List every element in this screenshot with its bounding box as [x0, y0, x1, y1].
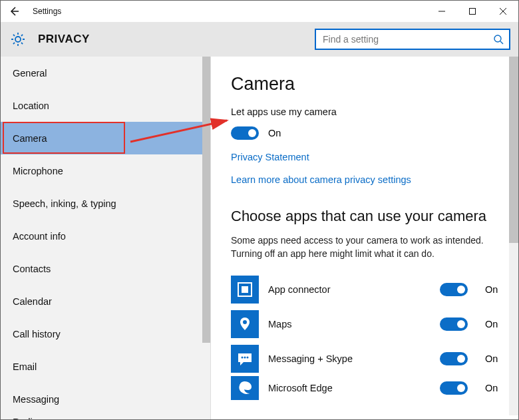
section-title: PRIVACY: [38, 33, 90, 46]
sidebar-item-radios[interactable]: Radios: [1, 415, 210, 419]
sidebar-item-microphone[interactable]: Microphone: [1, 154, 210, 187]
svg-line-7: [500, 41, 503, 44]
app-toggle[interactable]: [440, 352, 468, 365]
sidebar-item-calendar[interactable]: Calendar: [1, 285, 210, 317]
app-name: Microsoft Edge: [268, 383, 440, 393]
app-toggle-label: On: [485, 284, 502, 295]
sidebar-item-contacts[interactable]: Contacts: [1, 252, 210, 285]
titlebar: Settings: [1, 1, 518, 22]
sidebar-item-label: Speech, inking, & typing: [13, 198, 116, 209]
sidebar-item-label: Radios: [13, 417, 43, 419]
svg-point-12: [244, 357, 246, 359]
app-name: App connector: [268, 284, 440, 295]
edge-icon: [231, 376, 259, 400]
maximize-button[interactable]: [457, 1, 488, 22]
sidebar-item-speech[interactable]: Speech, inking, & typing: [1, 187, 210, 220]
svg-point-6: [494, 35, 501, 42]
gear-icon: [10, 31, 26, 47]
choose-heading: Choose apps that can use your camera: [231, 208, 502, 225]
sidebar-item-label: Messaging: [13, 394, 59, 405]
app-toggle-label: On: [485, 383, 502, 393]
choose-desc: Some apps need access to your camera to …: [231, 234, 502, 260]
sidebar-item-account-info[interactable]: Account info: [1, 220, 210, 252]
lead-text: Let apps use my camera: [231, 106, 502, 117]
app-toggle[interactable]: [440, 283, 468, 296]
master-toggle[interactable]: [231, 126, 259, 140]
svg-point-11: [242, 357, 244, 359]
privacy-statement-link[interactable]: Privacy Statement: [231, 152, 502, 162]
sidebar-item-label: Email: [13, 361, 37, 372]
sidebar-scrollbar[interactable]: [202, 57, 210, 343]
sidebar-item-email[interactable]: Email: [1, 350, 210, 383]
app-row-maps: Maps On: [231, 307, 502, 341]
sidebar: General Location Camera Microphone Speec…: [1, 57, 211, 419]
header: PRIVACY: [1, 22, 518, 57]
window-title: Settings: [33, 7, 61, 16]
maps-icon: [231, 310, 259, 338]
sidebar-item-label: General: [13, 68, 47, 79]
app-toggle-label: On: [485, 319, 502, 329]
sidebar-item-label: Call history: [13, 329, 61, 339]
sidebar-item-label: Contacts: [13, 264, 51, 274]
app-row-edge: Microsoft Edge On: [231, 376, 502, 400]
sidebar-item-messaging[interactable]: Messaging: [1, 383, 210, 415]
search-box[interactable]: [315, 29, 510, 50]
sidebar-item-label: Location: [13, 101, 49, 111]
close-icon: [499, 7, 507, 15]
sidebar-item-label: Microphone: [13, 166, 63, 176]
settings-window: Settings PRIVACY General L: [0, 0, 519, 420]
messaging-icon: [231, 345, 259, 373]
page-title: Camera: [231, 74, 502, 95]
minimize-button[interactable]: [427, 1, 457, 22]
svg-point-5: [15, 37, 21, 42]
app-row-messaging: Messaging + Skype On: [231, 341, 502, 376]
back-arrow-icon: [8, 5, 20, 17]
svg-rect-9: [242, 286, 248, 293]
learn-more-link[interactable]: Learn more about camera privacy settings: [231, 174, 502, 185]
sidebar-item-camera[interactable]: Camera: [1, 122, 210, 154]
sidebar-item-label: Calendar: [13, 296, 52, 307]
app-toggle-label: On: [485, 353, 502, 364]
svg-point-10: [243, 320, 247, 324]
minimize-icon: [438, 7, 446, 15]
master-toggle-label: On: [268, 128, 281, 138]
search-icon: [493, 34, 504, 45]
maximize-icon: [468, 7, 476, 15]
master-toggle-row: On: [231, 126, 502, 140]
sidebar-item-location[interactable]: Location: [1, 89, 210, 122]
content: Camera Let apps use my camera On Privacy…: [211, 57, 518, 419]
app-toggle[interactable]: [440, 381, 468, 395]
app-name: Messaging + Skype: [268, 353, 440, 364]
sidebar-item-label: Camera: [13, 133, 47, 144]
body: General Location Camera Microphone Speec…: [1, 57, 518, 419]
sidebar-item-label: Account info: [13, 231, 66, 242]
content-scrollbar[interactable]: [509, 57, 518, 415]
search-input[interactable]: [321, 33, 493, 45]
sidebar-item-general[interactable]: General: [1, 57, 210, 89]
app-connector-icon: [231, 276, 259, 304]
back-button[interactable]: [1, 1, 27, 22]
app-toggle[interactable]: [440, 317, 468, 331]
svg-point-13: [247, 357, 249, 359]
sidebar-item-call-history[interactable]: Call history: [1, 317, 210, 350]
close-button[interactable]: [488, 1, 518, 22]
app-row-app-connector: App connector On: [231, 272, 502, 307]
svg-rect-2: [470, 9, 476, 15]
content-scrollbar-thumb[interactable]: [509, 57, 518, 243]
app-name: Maps: [268, 319, 440, 329]
